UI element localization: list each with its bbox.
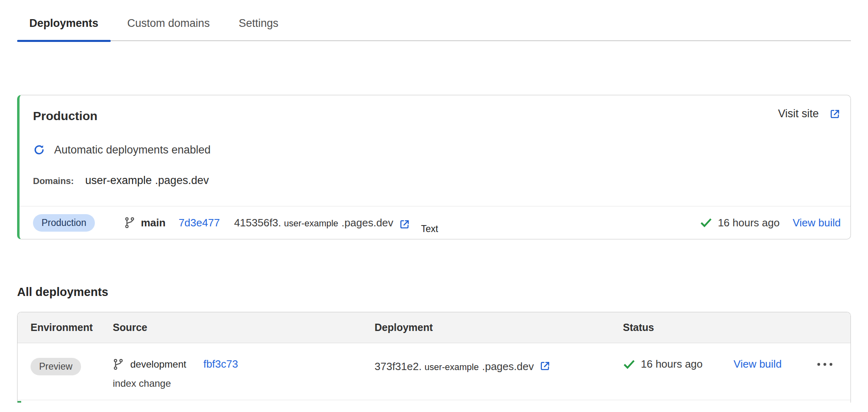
domains-row: Domains: user-example .pages.dev [33, 173, 850, 188]
more-options-icon[interactable] [815, 358, 834, 370]
column-source: Source [113, 322, 375, 333]
commit-message: index change [113, 377, 375, 390]
branch-name: main [141, 217, 166, 229]
git-branch-icon [124, 217, 135, 229]
production-card-title: Production [33, 107, 97, 125]
domain-suffix: .pages.dev [155, 173, 209, 187]
external-link-icon[interactable] [399, 219, 410, 230]
table-row: Preview development fbf3c73 index change [18, 343, 850, 400]
deployment-url: 415356f3. user-example .pages.dev [234, 217, 393, 229]
source-cell: development fbf3c73 index change [113, 358, 375, 390]
deployment-note: Text [421, 224, 438, 234]
column-environment: Environment [18, 322, 113, 333]
status-cell: 16 hours ago View build [623, 358, 850, 370]
view-build-link[interactable]: View build [734, 358, 782, 370]
external-link-icon [829, 108, 841, 120]
column-status: Status [623, 322, 850, 333]
deployments-table: Environment Source Deployment Status Pre… [17, 312, 851, 403]
deployment-url-suffix: .pages.dev [342, 217, 393, 229]
tab-deployments[interactable]: Deployments [17, 14, 111, 40]
tab-custom-domains[interactable]: Custom domains [115, 14, 222, 40]
deployment-url-prefix: 373f31e2. [375, 360, 422, 373]
tab-settings[interactable]: Settings [226, 14, 291, 40]
domain-subdomain: user-example [85, 173, 152, 187]
all-deployments-title: All deployments [17, 284, 868, 300]
deployment-url-prefix: 415356f3. [234, 217, 281, 229]
auto-deployments-text: Automatic deployments enabled [54, 142, 210, 157]
check-icon [700, 217, 712, 229]
environment-badge: Preview [31, 358, 81, 375]
tab-bar: Deployments Custom domains Settings [17, 0, 851, 41]
git-branch-icon [113, 358, 124, 370]
deployment-url-suffix: .pages.dev [482, 360, 534, 373]
external-link-icon[interactable] [539, 360, 551, 372]
production-deployment-row: Production main 7d3e477 415356f3. user-e… [20, 206, 850, 239]
deployment-cell: 373f31e2. user-example .pages.dev [375, 358, 623, 373]
commit-link[interactable]: 7d3e477 [179, 217, 220, 229]
check-icon [623, 358, 635, 370]
domains-label: Domains: [33, 174, 74, 188]
branch-name: development [130, 359, 186, 370]
column-deployment: Deployment [375, 322, 623, 333]
view-build-link[interactable]: View build [793, 217, 841, 229]
deployment-time: 16 hours ago [718, 217, 780, 229]
production-card: Production Visit site Automatic deployme… [17, 95, 851, 239]
deployment-url-subdomain: user-example [284, 218, 338, 229]
deployment-url-subdomain: user-example [425, 362, 479, 373]
next-row-badge-peek [18, 401, 21, 403]
table-header-row: Environment Source Deployment Status [18, 312, 850, 343]
visit-site-label: Visit site [778, 107, 819, 120]
environment-badge: Production [33, 214, 95, 232]
commit-link[interactable]: fbf3c73 [203, 358, 238, 370]
deployment-time: 16 hours ago [641, 358, 703, 370]
refresh-icon [33, 144, 45, 156]
visit-site-link[interactable]: Visit site [778, 107, 841, 120]
next-row-peek [18, 400, 850, 403]
